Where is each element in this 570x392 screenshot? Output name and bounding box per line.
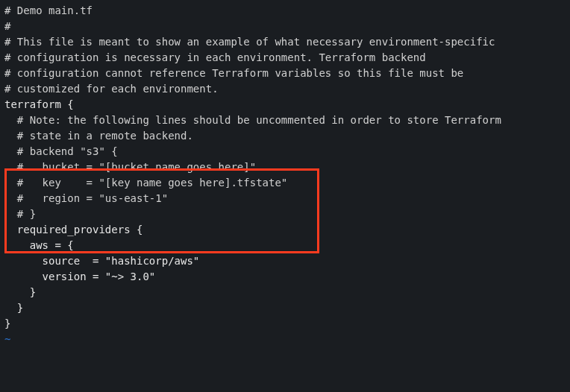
end-of-buffer-line: ~ bbox=[4, 332, 566, 347]
code-line: # state in a remote backend. bbox=[4, 128, 566, 144]
code-line: } bbox=[4, 300, 566, 316]
code-line: # region = "us-east-1" bbox=[4, 191, 566, 206]
code-line: # Note: the following lines should be un… bbox=[4, 113, 566, 128]
code-line: # configuration cannot reference Terrafo… bbox=[4, 66, 566, 81]
code-line: terraform { bbox=[4, 97, 566, 113]
code-editor[interactable]: # Demo main.tf # # This file is meant to… bbox=[0, 0, 570, 350]
code-line: source = "hashicorp/aws" bbox=[4, 253, 566, 269]
code-line: # configuration is necessary in each env… bbox=[4, 50, 566, 66]
code-line: # } bbox=[4, 206, 566, 222]
code-line: # This file is meant to show an example … bbox=[4, 34, 566, 50]
code-line: aws = { bbox=[4, 238, 566, 253]
code-line: } bbox=[4, 285, 566, 300]
code-line: # backend "s3" { bbox=[4, 144, 566, 159]
code-line: version = "~> 3.0" bbox=[4, 269, 566, 285]
code-line: # key = "[key name goes here].tfstate" bbox=[4, 175, 566, 191]
code-line: # bbox=[4, 19, 566, 34]
code-line: required_providers { bbox=[4, 222, 566, 238]
code-line: # Demo main.tf bbox=[4, 3, 566, 19]
code-line: # bucket = "[bucket name goes here]" bbox=[4, 159, 566, 175]
code-line: # customized for each environment. bbox=[4, 81, 566, 97]
code-line: } bbox=[4, 316, 566, 332]
